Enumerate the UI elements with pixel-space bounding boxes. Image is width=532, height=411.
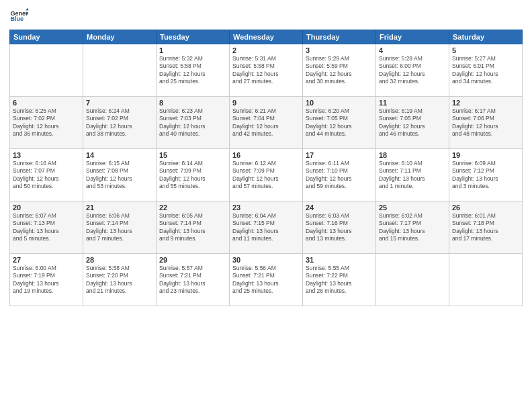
day-number: 21 <box>86 203 153 212</box>
calendar-cell: 6Sunrise: 6:25 AM Sunset: 7:02 PM Daylig… <box>10 97 83 149</box>
day-header-saturday: Saturday <box>449 30 523 44</box>
calendar-cell: 24Sunrise: 6:03 AM Sunset: 7:16 PM Dayli… <box>303 201 376 254</box>
day-info: Sunrise: 5:27 AM Sunset: 6:01 PM Dayligh… <box>452 55 519 86</box>
calendar-week-2: 6Sunrise: 6:25 AM Sunset: 7:02 PM Daylig… <box>10 97 523 149</box>
calendar-cell: 31Sunrise: 5:55 AM Sunset: 7:22 PM Dayli… <box>303 254 376 306</box>
day-number: 11 <box>379 99 446 107</box>
calendar-cell: 22Sunrise: 6:05 AM Sunset: 7:14 PM Dayli… <box>157 201 230 254</box>
calendar-cell: 19Sunrise: 6:09 AM Sunset: 7:12 PM Dayli… <box>449 149 523 201</box>
day-header-thursday: Thursday <box>303 30 376 44</box>
day-number: 20 <box>13 203 80 212</box>
day-number: 4 <box>379 46 446 54</box>
day-info: Sunrise: 6:10 AM Sunset: 7:11 PM Dayligh… <box>379 160 446 191</box>
calendar-header-row: SundayMondayTuesdayWednesdayThursdayFrid… <box>10 30 523 44</box>
calendar-week-3: 13Sunrise: 6:16 AM Sunset: 7:07 PM Dayli… <box>10 149 523 201</box>
day-info: Sunrise: 5:32 AM Sunset: 5:58 PM Dayligh… <box>159 55 226 86</box>
day-number: 5 <box>452 46 519 54</box>
day-number: 29 <box>159 256 226 264</box>
day-info: Sunrise: 6:23 AM Sunset: 7:03 PM Dayligh… <box>159 107 226 138</box>
day-number: 10 <box>306 99 373 107</box>
calendar-cell: 8Sunrise: 6:23 AM Sunset: 7:03 PM Daylig… <box>157 97 230 149</box>
calendar-cell: 28Sunrise: 5:58 AM Sunset: 7:20 PM Dayli… <box>83 254 157 306</box>
calendar-week-5: 27Sunrise: 6:00 AM Sunset: 7:19 PM Dayli… <box>10 254 523 306</box>
day-number: 27 <box>13 256 80 264</box>
calendar-cell: 20Sunrise: 6:07 AM Sunset: 7:13 PM Dayli… <box>10 201 83 254</box>
calendar-cell: 11Sunrise: 6:19 AM Sunset: 7:05 PM Dayli… <box>376 97 449 149</box>
day-info: Sunrise: 6:03 AM Sunset: 7:16 PM Dayligh… <box>306 212 373 243</box>
calendar-cell: 29Sunrise: 5:57 AM Sunset: 7:21 PM Dayli… <box>157 254 230 306</box>
day-number: 8 <box>159 99 226 107</box>
calendar-cell: 13Sunrise: 6:16 AM Sunset: 7:07 PM Dayli… <box>10 149 83 201</box>
calendar-cell: 4Sunrise: 5:28 AM Sunset: 6:00 PM Daylig… <box>376 44 449 97</box>
day-info: Sunrise: 6:21 AM Sunset: 7:04 PM Dayligh… <box>232 107 300 138</box>
day-info: Sunrise: 6:02 AM Sunset: 7:17 PM Dayligh… <box>379 212 446 243</box>
calendar-cell <box>83 44 157 97</box>
day-header-monday: Monday <box>83 30 157 44</box>
calendar-cell: 9Sunrise: 6:21 AM Sunset: 7:04 PM Daylig… <box>230 97 303 149</box>
svg-marker-2 <box>26 7 28 10</box>
day-info: Sunrise: 6:24 AM Sunset: 7:02 PM Dayligh… <box>86 107 153 138</box>
day-info: Sunrise: 6:25 AM Sunset: 7:02 PM Dayligh… <box>13 107 80 138</box>
calendar-cell: 26Sunrise: 6:01 AM Sunset: 7:18 PM Dayli… <box>449 201 523 254</box>
day-number: 15 <box>159 151 226 159</box>
day-number: 6 <box>13 99 80 107</box>
day-number: 30 <box>232 256 300 264</box>
day-number: 13 <box>13 151 80 159</box>
day-info: Sunrise: 5:55 AM Sunset: 7:22 PM Dayligh… <box>306 265 373 295</box>
day-header-wednesday: Wednesday <box>230 30 303 44</box>
logo: General Blue <box>9 7 28 26</box>
day-info: Sunrise: 5:57 AM Sunset: 7:21 PM Dayligh… <box>159 265 226 295</box>
day-header-tuesday: Tuesday <box>157 30 230 44</box>
day-number: 16 <box>232 151 300 159</box>
calendar-cell: 17Sunrise: 6:11 AM Sunset: 7:10 PM Dayli… <box>303 149 376 201</box>
calendar-cell: 30Sunrise: 5:56 AM Sunset: 7:21 PM Dayli… <box>230 254 303 306</box>
calendar-table: SundayMondayTuesdayWednesdayThursdayFrid… <box>9 30 523 306</box>
day-number: 9 <box>232 99 300 107</box>
day-info: Sunrise: 5:29 AM Sunset: 5:59 PM Dayligh… <box>306 55 373 86</box>
day-info: Sunrise: 6:07 AM Sunset: 7:13 PM Dayligh… <box>13 212 80 243</box>
day-number: 1 <box>159 46 226 54</box>
day-number: 23 <box>232 203 300 212</box>
day-info: Sunrise: 6:20 AM Sunset: 7:05 PM Dayligh… <box>306 107 373 138</box>
day-info: Sunrise: 5:28 AM Sunset: 6:00 PM Dayligh… <box>379 55 446 86</box>
day-info: Sunrise: 6:14 AM Sunset: 7:09 PM Dayligh… <box>159 160 226 191</box>
day-number: 28 <box>86 256 153 264</box>
day-info: Sunrise: 6:16 AM Sunset: 7:07 PM Dayligh… <box>13 160 80 191</box>
day-info: Sunrise: 6:12 AM Sunset: 7:09 PM Dayligh… <box>232 160 300 191</box>
calendar-week-4: 20Sunrise: 6:07 AM Sunset: 7:13 PM Dayli… <box>10 201 523 254</box>
day-number: 3 <box>306 46 373 54</box>
calendar-cell <box>10 44 83 97</box>
svg-text:Blue: Blue <box>10 15 24 22</box>
calendar-cell: 25Sunrise: 6:02 AM Sunset: 7:17 PM Dayli… <box>376 201 449 254</box>
day-info: Sunrise: 6:00 AM Sunset: 7:19 PM Dayligh… <box>13 265 80 295</box>
day-info: Sunrise: 5:31 AM Sunset: 5:58 PM Dayligh… <box>232 55 300 86</box>
day-number: 18 <box>379 151 446 159</box>
day-number: 7 <box>86 99 153 107</box>
calendar-week-1: 1Sunrise: 5:32 AM Sunset: 5:58 PM Daylig… <box>10 44 523 97</box>
day-info: Sunrise: 6:06 AM Sunset: 7:14 PM Dayligh… <box>86 212 153 243</box>
day-header-friday: Friday <box>376 30 449 44</box>
header: General Blue <box>9 7 523 26</box>
calendar-cell: 27Sunrise: 6:00 AM Sunset: 7:19 PM Dayli… <box>10 254 83 306</box>
calendar-cell: 2Sunrise: 5:31 AM Sunset: 5:58 PM Daylig… <box>230 44 303 97</box>
calendar-cell <box>376 254 449 306</box>
calendar-cell <box>449 254 523 306</box>
day-info: Sunrise: 6:15 AM Sunset: 7:08 PM Dayligh… <box>86 160 153 191</box>
calendar-cell: 21Sunrise: 6:06 AM Sunset: 7:14 PM Dayli… <box>83 201 157 254</box>
day-number: 12 <box>452 99 519 107</box>
calendar-cell: 18Sunrise: 6:10 AM Sunset: 7:11 PM Dayli… <box>376 149 449 201</box>
day-header-sunday: Sunday <box>10 30 83 44</box>
day-info: Sunrise: 6:09 AM Sunset: 7:12 PM Dayligh… <box>452 160 519 191</box>
day-number: 19 <box>452 151 519 159</box>
calendar-cell: 15Sunrise: 6:14 AM Sunset: 7:09 PM Dayli… <box>157 149 230 201</box>
calendar-page: General Blue SundayMondayTuesdayWednesda… <box>0 0 532 411</box>
calendar-cell: 7Sunrise: 6:24 AM Sunset: 7:02 PM Daylig… <box>83 97 157 149</box>
day-number: 26 <box>452 203 519 212</box>
day-info: Sunrise: 6:17 AM Sunset: 7:06 PM Dayligh… <box>452 107 519 138</box>
day-number: 22 <box>159 203 226 212</box>
calendar-cell: 5Sunrise: 5:27 AM Sunset: 6:01 PM Daylig… <box>449 44 523 97</box>
calendar-cell: 14Sunrise: 6:15 AM Sunset: 7:08 PM Dayli… <box>83 149 157 201</box>
calendar-cell: 3Sunrise: 5:29 AM Sunset: 5:59 PM Daylig… <box>303 44 376 97</box>
day-info: Sunrise: 5:56 AM Sunset: 7:21 PM Dayligh… <box>232 265 300 295</box>
day-number: 25 <box>379 203 446 212</box>
